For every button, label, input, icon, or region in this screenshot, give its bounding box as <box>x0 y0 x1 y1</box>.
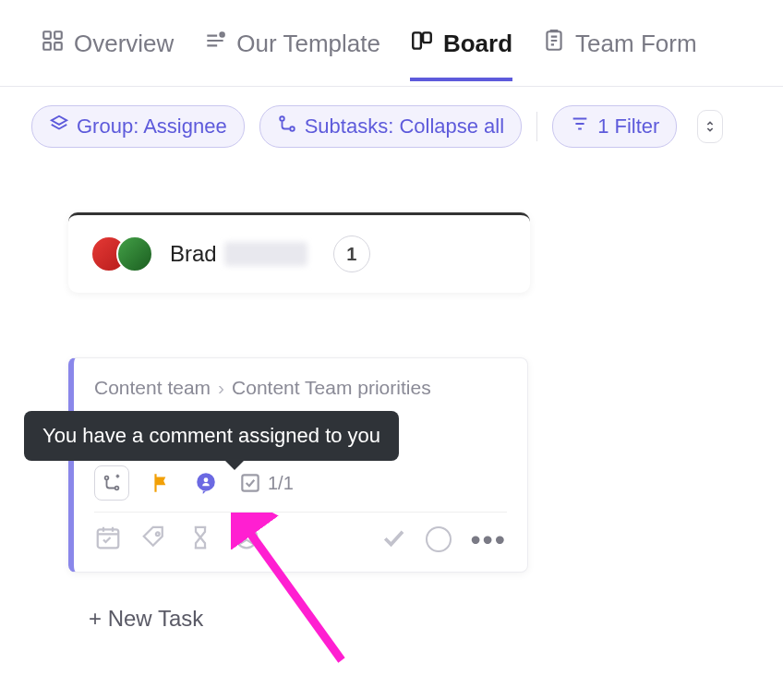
chevron-right-icon: › <box>218 377 224 399</box>
svg-point-13 <box>204 477 209 482</box>
tab-overview[interactable]: Overview <box>41 29 174 81</box>
pill-label: Subtasks: Collapse all <box>305 115 504 139</box>
subtasks-pill[interactable]: Subtasks: Collapse all <box>259 105 522 148</box>
group-pill[interactable]: Group: Assignee <box>31 105 245 148</box>
more-options-icon[interactable]: ••• <box>470 535 507 544</box>
avatar <box>116 235 153 272</box>
task-action-row: ••• <box>94 524 507 555</box>
form-icon <box>542 29 566 59</box>
breadcrumb-child: Content Team priorities <box>232 377 431 399</box>
tooltip: You have a comment assigned to you <box>24 411 399 461</box>
tab-label: Our Template <box>236 30 380 58</box>
pill-label: 1 Filter <box>597 115 659 139</box>
layers-icon <box>49 114 69 139</box>
expand-collapse-button[interactable] <box>697 110 723 143</box>
assignee-name: Brad <box>170 241 307 267</box>
redacted-text <box>224 242 307 266</box>
new-task-button[interactable]: + New Task <box>89 606 783 632</box>
subtask-icon <box>277 114 297 139</box>
tab-label: Team Form <box>575 30 696 58</box>
add-subtask-button[interactable] <box>94 465 129 501</box>
tab-label: Board <box>443 30 512 58</box>
svg-rect-14 <box>242 475 258 490</box>
task-count-badge: 1 <box>333 235 370 272</box>
template-icon <box>203 29 227 59</box>
board-icon <box>410 29 434 59</box>
svg-rect-3 <box>54 42 62 50</box>
task-card[interactable]: Content team › Content Team priorities 1… <box>68 357 528 573</box>
tab-board[interactable]: Board <box>410 29 512 81</box>
svg-rect-2 <box>43 42 51 50</box>
task-meta-row: 1/1 <box>94 454 507 513</box>
view-tabs: Overview Our Template Board Team Form <box>0 0 783 87</box>
svg-rect-6 <box>423 32 431 42</box>
breadcrumb[interactable]: Content team › Content Team priorities <box>94 377 507 399</box>
svg-rect-5 <box>413 32 421 48</box>
svg-rect-0 <box>43 31 51 39</box>
svg-point-8 <box>280 116 284 121</box>
assigned-comment-indicator[interactable] <box>194 471 218 495</box>
priority-flag[interactable] <box>150 471 174 495</box>
mark-complete-icon[interactable] <box>379 524 407 555</box>
sprint-points-icon[interactable] <box>233 524 260 555</box>
tab-our-template[interactable]: Our Template <box>203 29 380 81</box>
tag-icon[interactable] <box>140 524 168 555</box>
new-task-label: + New Task <box>89 606 203 632</box>
due-date-icon[interactable] <box>94 524 122 555</box>
svg-point-10 <box>105 477 109 480</box>
grid-icon <box>41 29 65 59</box>
time-estimate-icon[interactable] <box>187 524 214 555</box>
svg-point-16 <box>156 532 160 536</box>
svg-point-11 <box>115 487 119 490</box>
assignee-first-name: Brad <box>170 241 217 267</box>
tab-team-form[interactable]: Team Form <box>542 29 696 81</box>
assignee-avatars <box>90 235 153 272</box>
pill-label: Group: Assignee <box>77 115 227 139</box>
svg-rect-1 <box>54 31 62 39</box>
tab-label: Overview <box>74 30 174 58</box>
svg-point-9 <box>290 127 295 131</box>
tooltip-text: You have a comment assigned to you <box>42 424 380 447</box>
filter-icon <box>570 114 590 139</box>
divider <box>536 112 537 141</box>
column-header-card[interactable]: Brad 1 <box>68 212 530 293</box>
filter-row: Group: Assignee Subtasks: Collapse all 1… <box>0 87 783 166</box>
filter-pill[interactable]: 1 Filter <box>552 105 677 148</box>
checklist-count: 1/1 <box>268 473 294 494</box>
checklist-indicator[interactable]: 1/1 <box>238 471 294 495</box>
breadcrumb-parent: Content team <box>94 377 211 399</box>
assign-icon[interactable] <box>426 526 452 552</box>
